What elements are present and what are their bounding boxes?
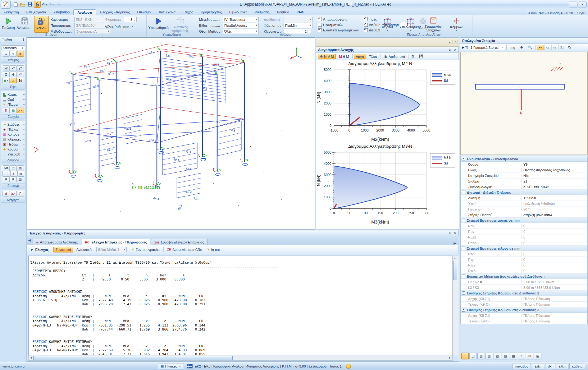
snap-button-1-κάναβος[interactable]: κάναβος xyxy=(513,363,531,369)
property-row[interactable]: L2 / K2 =3.00 m / 923.6 kN/m xyxy=(461,279,587,285)
worst-crs-button[interactable]: CRΔυσμενέστερα CRs xyxy=(165,247,204,252)
zoom-extents-icon[interactable]: ⊕ xyxy=(518,45,525,50)
property-row[interactable]: Rαy0 xyxy=(461,229,587,234)
entity-info-icon[interactable]: Ē xyxy=(17,191,24,197)
save-icon[interactable] xyxy=(27,1,33,7)
select-grid2-icon[interactable]: ⊟ xyxy=(10,177,17,182)
scroll-thumb[interactable] xyxy=(33,356,233,360)
copy-icon[interactable]: ⧉ xyxy=(410,54,416,59)
tables-button-1[interactable]: Κτιρίου▼ xyxy=(377,16,398,33)
refresh-button[interactable]: Ανανέωση xyxy=(17,16,33,33)
property-row[interactable]: L3 / K3 =3.00 m / 333423.6 kN/m xyxy=(461,285,587,290)
detailed-button[interactable]: Αναλυτικά xyxy=(75,247,93,252)
pin-icon[interactable]: ⇟ xyxy=(22,38,25,42)
tables-button-2[interactable]: Υπερωθητικής▼ xyxy=(400,16,421,33)
select-line-icon[interactable]: ∤ xyxy=(10,171,17,177)
ribbon-tab-7[interactable]: Κατ.Σχέδια xyxy=(155,9,179,15)
modes-stepper[interactable]: 3▲▼ xyxy=(124,17,137,22)
qat-customize-icon[interactable]: ▾ xyxy=(56,1,62,7)
stepper-arrows-icon[interactable]: ▲▼ xyxy=(307,30,311,33)
select-nodes-icon[interactable]: ⋮⋮ xyxy=(2,171,10,177)
selected-elements-select[interactable]: 1 Γραμμικά Στοιχεί▼ xyxy=(469,45,505,50)
property-section-6[interactable]: −Συνθήκες Στήριξης Κόμβων στη Διεύθυνση … xyxy=(461,290,587,296)
size-select[interactable]: [V]-Τέμνουσες ,▼ xyxy=(223,17,259,22)
angle-measure-icon[interactable]: ψ∠ xyxy=(10,191,16,197)
property-section-4[interactable]: −Στερεοί Βραχίονες τέλους σε mm xyxy=(461,246,587,251)
panel-tool-icon-7[interactable]: ≡ xyxy=(518,353,525,359)
panel-tool-icon-5[interactable]: ▨ xyxy=(502,353,509,359)
panel-tool-icon-4[interactable]: ▧ xyxy=(494,353,501,359)
panel-tool-icon-1[interactable]: ▤ xyxy=(469,353,477,359)
pin-icon[interactable]: ⇟ xyxy=(449,231,451,235)
property-row[interactable]: ΕίδοςΠεσσός Φέρουσας Τοιχοποιίας xyxy=(461,167,587,173)
property-row[interactable]: Rτx0 xyxy=(461,251,587,257)
misc-item-Πλάκες[interactable]: ◈Πλάκες▼ xyxy=(2,127,26,132)
panel-tool-icon-3[interactable]: ▦ xyxy=(485,353,493,359)
preview-plane-yz-button[interactable]: yz xyxy=(551,45,558,50)
load-select[interactable]: ΠερMin▼ xyxy=(284,23,313,28)
redo-icon[interactable]: ↷ ▾ xyxy=(49,1,55,7)
mass-position-select[interactable]: Θέση Μάζας 1▼ xyxy=(96,247,127,252)
render-mode-icon[interactable]: ▦▼ xyxy=(2,78,9,83)
property-row[interactable]: Στήριξη Πεσσούστήριξη μόνο κάτω xyxy=(461,212,587,218)
tab-scroll-left-icon[interactable]: ◀ xyxy=(28,238,31,242)
tables-button-3[interactable]: Γραμμικών Στοιχείων▼ xyxy=(423,16,444,33)
property-section-7[interactable]: −Συνθήκες Στήριξης Κόμβων στη Διεύθυνση … xyxy=(461,307,587,313)
style-menu[interactable]: Style xyxy=(577,11,585,15)
pin-icon[interactable]: ⇟ xyxy=(449,48,451,52)
end-button[interactable]: Τέλος xyxy=(367,54,379,59)
collapse-icon[interactable]: − xyxy=(462,247,465,250)
misc-item-Κοιτοστ[interactable]: ▦Κοιτοστ▼ xyxy=(2,132,26,137)
solve-button[interactable]: Επίλυση xyxy=(2,16,15,33)
abbreviations-button[interactable]: ☀Συντομογραφίες xyxy=(130,247,162,252)
ribbon-tab-1[interactable]: Εισαγωγή xyxy=(0,9,23,15)
select-props-icon[interactable]: ◫ xyxy=(17,177,24,182)
model-viewport[interactable]: ΚΕ=(4.70,2.65)109.28.65-109.141.126.393.… xyxy=(27,37,315,230)
ribbon-tab-12[interactable]: Βοήθεια xyxy=(273,9,293,15)
property-row[interactable]: Συνδεσμολογία:Κ9-Σ1 ==> Κ9-Θ xyxy=(461,184,587,190)
level-down-button[interactable]: ▼ xyxy=(10,51,17,57)
property-section-5[interactable]: −Εύκαμπτα Μήκη και Δυσκαμψίες ανά Διεύθυ… xyxy=(461,274,587,279)
property-row[interactable]: ΌνομαY9 xyxy=(461,162,587,167)
property-row[interactable]: ΣτάθμηΣ1 xyxy=(461,178,587,184)
property-row[interactable]: Rτz30 xyxy=(461,268,587,274)
level-one-button[interactable]: ① xyxy=(17,51,24,57)
bottom-tab-2[interactable]: RCΈλεγχοι Επάρκειας - Πληροφορίες xyxy=(82,239,150,245)
bottom-tab-1[interactable]: ∿Αποτελέσματα Ανάλυσης xyxy=(33,239,81,245)
app-logo-icon[interactable] xyxy=(1,0,11,9)
collapse-icon[interactable]: − xyxy=(462,308,465,312)
masonry-icon[interactable]: ▤ xyxy=(10,108,17,113)
ribbon-tab-3[interactable]: Υπόβαθρο xyxy=(50,9,73,15)
scroll-up-icon[interactable]: ▲ xyxy=(453,256,457,260)
start-button[interactable]: Αρχή xyxy=(354,54,366,59)
select-filter-icon[interactable]: ▨ xyxy=(17,171,24,177)
lock-icon[interactable] xyxy=(34,1,41,8)
scroll-up-icon[interactable]: ▲ xyxy=(447,40,452,44)
pushover-run-button[interactable]: Υπερωθητική xyxy=(148,16,168,33)
theta-m-button[interactable]: Mθ-M xyxy=(337,54,351,59)
vertical-scrollbar[interactable]: ▲ xyxy=(452,256,458,355)
scroll-right-icon[interactable]: ▶ xyxy=(448,356,452,360)
frame-elements-icon[interactable]: Π xyxy=(3,108,10,113)
new-file-icon[interactable] xyxy=(12,1,19,7)
property-row[interactable]: ΔιατομήT950/50 xyxy=(461,195,587,201)
ribbon-tab-6[interactable]: Οπλισμοί xyxy=(134,9,155,15)
inout-button[interactable]: ☀in-out xyxy=(205,247,221,252)
misc-item-Υπερωθ[interactable]: ⌂Υπερωθ▼ xyxy=(2,152,26,157)
collapse-icon[interactable]: − xyxy=(462,191,465,194)
panel-tool-icon-2[interactable]: ▥ xyxy=(477,353,485,359)
horizontal-scrollbar[interactable]: ◀ ▶ xyxy=(28,355,453,361)
snap-button-3-dxf[interactable]: dxf xyxy=(545,363,555,369)
checkbox-Απαραμόρφωτο[interactable]: Απαραμόρφωτο xyxy=(318,17,359,22)
ribbon-tab-10[interactable]: Βιβλιοθήκες xyxy=(226,9,251,15)
property-row[interactable]: Rαz20 xyxy=(461,234,587,240)
ribbon-tab-11[interactable]: Ρυθμίσεις xyxy=(251,9,273,15)
other-settings-button[interactable]: Άλλες Ρυθμίσεις xyxy=(105,25,129,29)
property-row[interactable]: Αρχής (Κ9-Σ1)Πλήρης Πάκτωση xyxy=(461,313,587,318)
ribbon-tab-13[interactable]: ΡΑΦ xyxy=(293,9,307,15)
collapse-icon[interactable]: − xyxy=(462,291,465,295)
level-up-button[interactable]: ▲ xyxy=(3,51,10,57)
tab-scroll-right-icon[interactable]: ▶ xyxy=(452,241,458,245)
checkbox-Ελαστικά Εδραζόμενων[interactable]: Ελαστικά Εδραζόμενων xyxy=(318,28,359,33)
numeric-button[interactable]: 🗎Αριθμητικά xyxy=(382,54,407,59)
